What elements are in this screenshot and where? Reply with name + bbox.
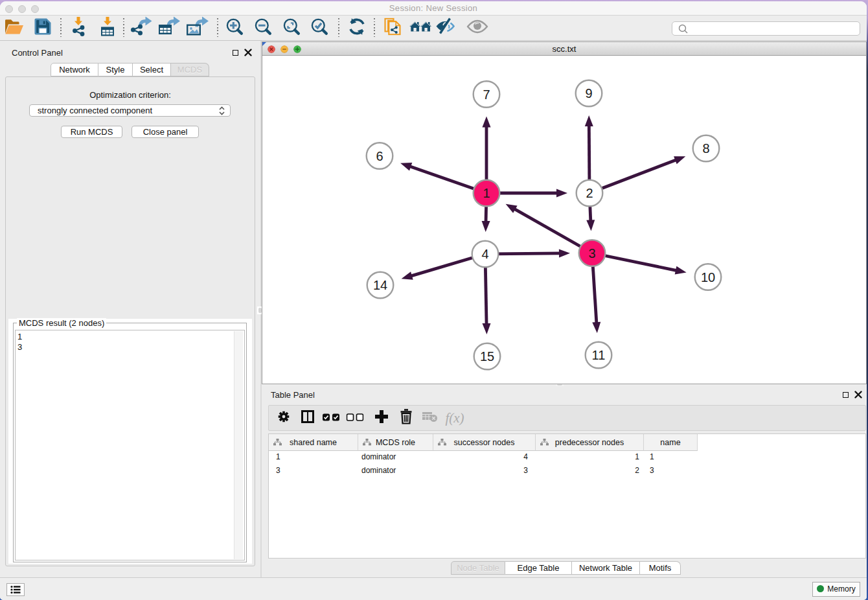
svg-text:6: 6 [376,149,383,163]
svg-text:14: 14 [373,278,387,292]
svg-text:9: 9 [585,86,592,100]
svg-text:1: 1 [483,186,490,200]
svg-text:4: 4 [481,247,488,261]
svg-text:10: 10 [701,270,715,284]
svg-text:15: 15 [480,349,494,363]
svg-text:8: 8 [702,141,709,156]
svg-text:11: 11 [592,348,606,362]
svg-text:3: 3 [588,246,595,260]
svg-text:7: 7 [483,87,490,102]
svg-text:2: 2 [586,186,593,200]
